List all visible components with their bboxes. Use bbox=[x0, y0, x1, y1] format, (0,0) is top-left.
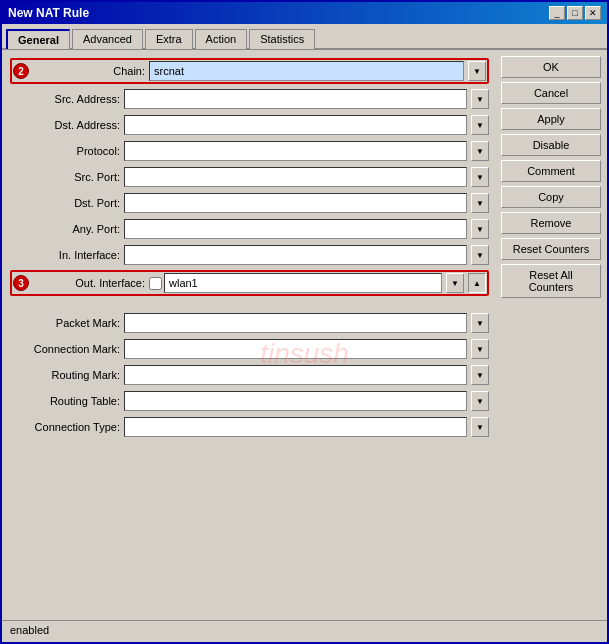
protocol-arrow[interactable]: ▼ bbox=[471, 141, 489, 161]
out-interface-label: Out. Interface: bbox=[35, 277, 145, 289]
out-interface-dropdown-arrow[interactable]: ▼ bbox=[446, 273, 464, 293]
routing-table-arrow[interactable]: ▼ bbox=[471, 391, 489, 411]
src-address-label: Src. Address: bbox=[10, 93, 120, 105]
packet-mark-input[interactable] bbox=[124, 313, 467, 333]
routing-mark-label: Routing Mark: bbox=[10, 369, 120, 381]
remove-button[interactable]: Remove bbox=[501, 212, 601, 234]
packet-mark-arrow[interactable]: ▼ bbox=[471, 313, 489, 333]
src-port-row: Src. Port: ▼ bbox=[10, 166, 489, 188]
routing-mark-input[interactable] bbox=[124, 365, 467, 385]
in-interface-label: In. Interface: bbox=[10, 249, 120, 261]
routing-table-input[interactable] bbox=[124, 391, 467, 411]
src-port-wrap bbox=[124, 167, 467, 187]
routing-mark-row: Routing Mark: ▼ bbox=[10, 364, 489, 386]
in-interface-wrap bbox=[124, 245, 467, 265]
close-button[interactable]: ✕ bbox=[585, 6, 601, 20]
reset-counters-button[interactable]: Reset Counters bbox=[501, 238, 601, 260]
connection-type-input[interactable] bbox=[124, 417, 467, 437]
any-port-row: Any. Port: ▼ bbox=[10, 218, 489, 240]
tab-advanced[interactable]: Advanced bbox=[72, 29, 143, 49]
chain-dropdown-arrow[interactable]: ▼ bbox=[468, 61, 486, 81]
tab-extra[interactable]: Extra bbox=[145, 29, 193, 49]
chain-label: Chain: bbox=[35, 65, 145, 77]
connection-type-row: Connection Type: ▼ bbox=[10, 416, 489, 438]
protocol-label: Protocol: bbox=[10, 145, 120, 157]
dst-port-arrow[interactable]: ▼ bbox=[471, 193, 489, 213]
connection-type-arrow[interactable]: ▼ bbox=[471, 417, 489, 437]
connection-mark-wrap bbox=[124, 339, 467, 359]
dst-address-arrow[interactable]: ▼ bbox=[471, 115, 489, 135]
chain-badge: 2 bbox=[13, 63, 29, 79]
tabs-row: General Advanced Extra Action Statistics bbox=[2, 24, 607, 50]
packet-mark-label: Packet Mark: bbox=[10, 317, 120, 329]
routing-table-wrap bbox=[124, 391, 467, 411]
out-interface-checkbox[interactable] bbox=[149, 277, 162, 290]
protocol-row: Protocol: ▼ bbox=[10, 140, 489, 162]
routing-table-label: Routing Table: bbox=[10, 395, 120, 407]
ok-button[interactable]: OK bbox=[501, 56, 601, 78]
protocol-wrap bbox=[124, 141, 467, 161]
connection-mark-row: Connection Mark: ▼ bbox=[10, 338, 489, 360]
window-title: New NAT Rule bbox=[8, 6, 89, 20]
dst-port-label: Dst. Port: bbox=[10, 197, 120, 209]
dst-address-row: Dst. Address: ▼ bbox=[10, 114, 489, 136]
out-interface-row: 3 Out. Interface: ▼ ▲ bbox=[10, 270, 489, 296]
maximize-button[interactable]: □ bbox=[567, 6, 583, 20]
side-buttons: OK Cancel Apply Disable Comment Copy Rem… bbox=[497, 50, 607, 620]
routing-table-row: Routing Table: ▼ bbox=[10, 390, 489, 412]
minimize-button[interactable]: _ bbox=[549, 6, 565, 20]
src-address-wrap bbox=[124, 89, 467, 109]
any-port-input[interactable] bbox=[124, 219, 467, 239]
packet-mark-row: Packet Mark: ▼ bbox=[10, 312, 489, 334]
connection-type-wrap bbox=[124, 417, 467, 437]
cancel-button[interactable]: Cancel bbox=[501, 82, 601, 104]
reset-all-counters-button[interactable]: Reset All Counters bbox=[501, 264, 601, 298]
any-port-arrow[interactable]: ▼ bbox=[471, 219, 489, 239]
src-port-input[interactable] bbox=[124, 167, 467, 187]
chain-row: 2 Chain: ▼ bbox=[10, 58, 489, 84]
any-port-wrap bbox=[124, 219, 467, 239]
out-interface-input[interactable] bbox=[164, 273, 442, 293]
src-address-row: Src. Address: ▼ bbox=[10, 88, 489, 110]
src-address-input[interactable] bbox=[124, 89, 467, 109]
apply-button[interactable]: Apply bbox=[501, 108, 601, 130]
dst-port-wrap bbox=[124, 193, 467, 213]
title-bar-buttons: _ □ ✕ bbox=[549, 6, 601, 20]
tab-statistics[interactable]: Statistics bbox=[249, 29, 315, 49]
protocol-input[interactable] bbox=[124, 141, 467, 161]
status-bar: enabled bbox=[2, 620, 607, 642]
title-bar: New NAT Rule _ □ ✕ bbox=[2, 2, 607, 24]
any-port-label: Any. Port: bbox=[10, 223, 120, 235]
packet-mark-wrap bbox=[124, 313, 467, 333]
routing-mark-wrap bbox=[124, 365, 467, 385]
src-port-label: Src. Port: bbox=[10, 171, 120, 183]
comment-button[interactable]: Comment bbox=[501, 160, 601, 182]
main-panel: 2 Chain: ▼ Src. Address: ▼ Dst. Address: bbox=[2, 50, 497, 620]
tab-action[interactable]: Action bbox=[195, 29, 248, 49]
main-window: New NAT Rule _ □ ✕ General Advanced Extr… bbox=[0, 0, 609, 644]
in-interface-row: In. Interface: ▼ bbox=[10, 244, 489, 266]
out-interface-badge: 3 bbox=[13, 275, 29, 291]
src-port-arrow[interactable]: ▼ bbox=[471, 167, 489, 187]
connection-type-label: Connection Type: bbox=[10, 421, 120, 433]
status-text: enabled bbox=[10, 624, 49, 636]
dst-port-row: Dst. Port: ▼ bbox=[10, 192, 489, 214]
chain-input[interactable] bbox=[149, 61, 464, 81]
dst-address-input[interactable] bbox=[124, 115, 467, 135]
content-area: 2 Chain: ▼ Src. Address: ▼ Dst. Address: bbox=[2, 50, 607, 620]
copy-button[interactable]: Copy bbox=[501, 186, 601, 208]
routing-mark-arrow[interactable]: ▼ bbox=[471, 365, 489, 385]
src-address-arrow[interactable]: ▼ bbox=[471, 89, 489, 109]
connection-mark-arrow[interactable]: ▼ bbox=[471, 339, 489, 359]
in-interface-arrow[interactable]: ▼ bbox=[471, 245, 489, 265]
disable-button[interactable]: Disable bbox=[501, 134, 601, 156]
tab-general[interactable]: General bbox=[6, 29, 70, 49]
connection-mark-label: Connection Mark: bbox=[10, 343, 120, 355]
dst-address-label: Dst. Address: bbox=[10, 119, 120, 131]
dst-address-wrap bbox=[124, 115, 467, 135]
in-interface-input[interactable] bbox=[124, 245, 467, 265]
chain-select-wrap bbox=[149, 61, 464, 81]
out-interface-scroll-arrow[interactable]: ▲ bbox=[468, 273, 486, 293]
connection-mark-input[interactable] bbox=[124, 339, 467, 359]
dst-port-input[interactable] bbox=[124, 193, 467, 213]
